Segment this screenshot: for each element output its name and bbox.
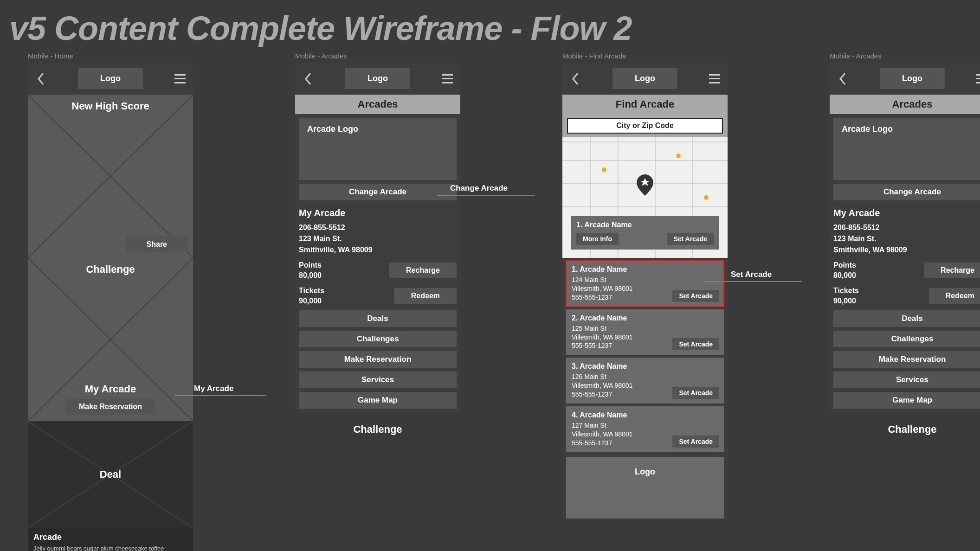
make-reservation-button[interactable]: Make Reservation bbox=[66, 399, 155, 415]
points-label: Points bbox=[299, 260, 322, 270]
deals-button[interactable]: Deals bbox=[833, 310, 980, 327]
phone-arcades2: Logo Arcades Arcade Logo Change Arcade M… bbox=[830, 63, 980, 412]
arcade-footer-title: Arcade bbox=[33, 532, 187, 542]
game-map-button[interactable]: Game Map bbox=[833, 392, 980, 409]
hamburger-icon[interactable] bbox=[174, 74, 186, 83]
page-title: v5 Content Complete Wireframe - Flow 2 bbox=[0, 0, 980, 52]
myarcade-title: My Arcade bbox=[28, 383, 193, 395]
hamburger-icon[interactable] bbox=[709, 74, 720, 83]
arcade-footer-body: Jelly gummi bears sugar plum cheesecake … bbox=[33, 545, 187, 551]
arcade-addr1: 123 Main St. bbox=[299, 233, 457, 244]
my-arcade-heading: My Arcade bbox=[299, 208, 457, 218]
highscore-title: New High Score bbox=[28, 100, 193, 112]
services-button[interactable]: Services bbox=[833, 372, 980, 388]
frame-label-home: Mobile - Home bbox=[28, 52, 193, 60]
logo-button[interactable]: Logo bbox=[880, 68, 945, 89]
svg-point-15 bbox=[602, 167, 606, 172]
map-pop-title: 1. Arcade Name bbox=[576, 221, 714, 229]
set-arcade-button[interactable]: Set Arcade bbox=[667, 233, 714, 245]
back-icon[interactable] bbox=[570, 73, 581, 84]
set-arcade-button[interactable]: Set Arcade bbox=[672, 338, 719, 350]
set-arcade-button[interactable]: Set Arcade bbox=[672, 436, 719, 448]
redeem-button[interactable]: Redeem bbox=[394, 288, 457, 304]
arcade-phone: 206-855-5512 bbox=[299, 222, 457, 233]
phone-arcades1: Logo Arcades Arcade Logo Change Arcade M… bbox=[295, 63, 460, 412]
frame-label-arcades1: Mobile - Arcades bbox=[295, 52, 460, 60]
back-icon[interactable] bbox=[35, 73, 46, 84]
logo-button[interactable]: Logo bbox=[78, 68, 143, 89]
phone-home: Logo New High Score Share Challenge My A… bbox=[28, 63, 193, 551]
frame-label-find: Mobile - Find Arcade bbox=[562, 52, 728, 60]
deal-card: Deal bbox=[28, 421, 193, 528]
deal-title: Deal bbox=[28, 468, 193, 481]
hamburger-icon[interactable] bbox=[976, 74, 980, 83]
arcades-banner: Arcades bbox=[295, 95, 460, 114]
challenges-button[interactable]: Challenges bbox=[299, 331, 457, 347]
result-row[interactable]: 2. Arcade Name 125 Main St Villesmith, W… bbox=[566, 309, 724, 355]
redeem-button[interactable]: Redeem bbox=[929, 288, 980, 304]
arcade-addr2: Smithville, WA 98009 bbox=[299, 244, 457, 256]
arcade-logo-box: Arcade Logo bbox=[299, 118, 457, 180]
game-map-button[interactable]: Game Map bbox=[299, 392, 457, 409]
map[interactable]: City or Zip Code 1. Arcade Name More Inf… bbox=[562, 114, 728, 258]
make-reservation-button[interactable]: Make Reservation bbox=[833, 351, 980, 368]
challenges-button[interactable]: Challenges bbox=[833, 331, 980, 347]
search-input[interactable]: City or Zip Code bbox=[567, 118, 723, 134]
result-addr: 124 Main St bbox=[572, 276, 718, 284]
change-arcade-button[interactable]: Change Arcade bbox=[833, 184, 980, 200]
arcades-banner: Arcades bbox=[830, 95, 980, 114]
change-arcade-button[interactable]: Change Arcade bbox=[299, 184, 457, 200]
challenge-title: Challenge bbox=[28, 263, 193, 276]
result-row[interactable]: 1. Arcade Name 124 Main St Villesmith, W… bbox=[566, 261, 724, 307]
arcade-logo-box: Arcade Logo bbox=[833, 118, 980, 180]
map-pin-icon bbox=[637, 174, 653, 198]
find-banner: Find Arcade bbox=[562, 95, 728, 114]
arcade-phone: 206-855-5512 bbox=[833, 222, 980, 233]
result-addr: 127 Main St bbox=[572, 421, 718, 430]
tickets-value: 90,000 bbox=[299, 296, 324, 306]
arcade-addr1: 123 Main St. bbox=[833, 233, 980, 244]
challenge-subtitle: Challenge bbox=[830, 412, 980, 447]
share-button[interactable]: Share bbox=[126, 237, 187, 252]
result-addr: 125 Main St bbox=[572, 324, 718, 333]
frame-label-arcades2: Mobile - Arcades bbox=[830, 52, 980, 60]
set-arcade-button[interactable]: Set Arcade bbox=[672, 387, 719, 399]
my-arcade-heading: My Arcade bbox=[833, 208, 980, 218]
logo-button[interactable]: Logo bbox=[345, 68, 410, 89]
points-value: 80,000 bbox=[833, 270, 856, 281]
svg-point-17 bbox=[704, 195, 709, 200]
back-icon[interactable] bbox=[303, 73, 314, 84]
challenge-card: Challenge My Arcade Make Reservation bbox=[28, 258, 193, 421]
tickets-label: Tickets bbox=[299, 286, 324, 296]
result-title: 1. Arcade Name bbox=[572, 265, 718, 274]
recharge-button[interactable]: Recharge bbox=[924, 263, 980, 278]
flow-link-set-arcade: Set Arcade bbox=[731, 270, 772, 279]
recharge-button[interactable]: Recharge bbox=[389, 263, 457, 278]
services-button[interactable]: Services bbox=[299, 372, 457, 388]
hamburger-icon[interactable] bbox=[442, 74, 453, 83]
tickets-label: Tickets bbox=[833, 286, 859, 296]
tickets-value: 90,000 bbox=[833, 296, 859, 306]
map-popover: 1. Arcade Name More Info Set Arcade bbox=[571, 216, 719, 250]
result-title: 3. Arcade Name bbox=[572, 362, 718, 371]
challenge-subtitle: Challenge bbox=[295, 412, 460, 447]
svg-point-16 bbox=[676, 154, 681, 158]
flow-link-my-arcade: My Arcade bbox=[194, 384, 233, 393]
points-value: 80,000 bbox=[299, 270, 322, 281]
result-row[interactable]: 3. Arcade Name 126 Main St Villesmith, W… bbox=[566, 358, 724, 404]
back-icon[interactable] bbox=[837, 73, 848, 84]
points-label: Points bbox=[833, 260, 856, 270]
arcade-footer: Arcade Jelly gummi bears sugar plum chee… bbox=[28, 528, 193, 551]
deals-button[interactable]: Deals bbox=[299, 310, 457, 327]
result-addr: 126 Main St bbox=[572, 372, 718, 381]
highscore-card: New High Score Share bbox=[28, 95, 193, 258]
result-title: 4. Arcade Name bbox=[572, 411, 718, 419]
more-info-button[interactable]: More Info bbox=[576, 233, 619, 245]
phone-find: Logo Find Arcade City or Zip Code 1. Arc… bbox=[562, 63, 728, 519]
footer-logo: Logo bbox=[566, 457, 724, 519]
make-reservation-button[interactable]: Make Reservation bbox=[299, 351, 457, 368]
logo-button[interactable]: Logo bbox=[612, 68, 677, 89]
set-arcade-button[interactable]: Set Arcade bbox=[672, 290, 719, 302]
arcade-addr2: Smithville, WA 98009 bbox=[833, 244, 980, 256]
result-row[interactable]: 4. Arcade Name 127 Main St Villesmith, W… bbox=[566, 406, 724, 452]
